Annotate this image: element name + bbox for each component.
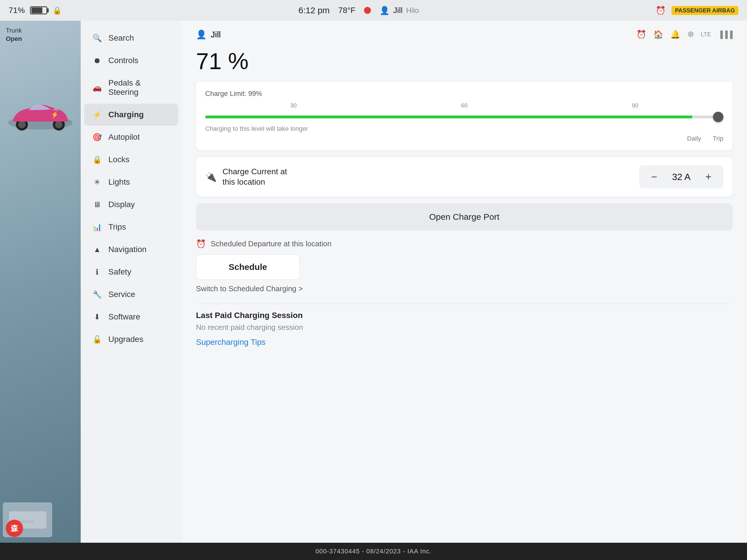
open-charge-port-button[interactable]: Open Charge Port xyxy=(196,203,732,231)
sidebar-item-safety[interactable]: ℹ Safety xyxy=(84,261,178,283)
service-icon: 🔧 xyxy=(92,290,102,299)
slider-fill xyxy=(205,115,692,118)
sidebar-item-autopilot[interactable]: 🎯 Autopilot xyxy=(84,126,178,148)
charge-current-value: 32 A xyxy=(670,172,693,182)
sidebar-item-label: Software xyxy=(108,312,140,321)
increase-current-button[interactable]: + xyxy=(701,170,715,184)
status-left: 71% 🔒 xyxy=(9,6,62,15)
safety-icon: ℹ xyxy=(92,268,102,276)
signal-bars: ▐▐▐ xyxy=(718,30,732,38)
upgrades-icon: 🔓 xyxy=(92,335,102,344)
status-bar: 71% 🔒 6:12 pm 78°F 👤 Jill Hilo ⏰ PASSENG… xyxy=(0,0,747,21)
charge-limit-label: Charge Limit: 99% xyxy=(205,89,723,98)
status-right: ⏰ PASSENGER AIRBAG xyxy=(655,6,738,15)
sidebar-item-label: Navigation xyxy=(108,245,147,254)
car-svg: ⚡ xyxy=(6,90,75,142)
trip-label[interactable]: Trip xyxy=(713,135,723,142)
paid-session-header: Last Paid Charging Session xyxy=(196,311,732,320)
lock-icon: 🔒 xyxy=(52,6,62,15)
avatar: 森 xyxy=(6,520,23,537)
slider-tick-30: 30 xyxy=(290,102,297,109)
plug-icon: 🔌 xyxy=(205,171,217,182)
status-icons: ⏰ 🏠 🔔 ❊ LTE ▐▐▐ xyxy=(636,30,732,39)
charge-warning: Charging to this level will take longer xyxy=(205,125,723,133)
sidebar-item-label: Autopilot xyxy=(108,133,140,142)
status-center: 6:12 pm 78°F 👤 Jill Hilo xyxy=(298,5,419,15)
slider-track-container[interactable] xyxy=(205,111,723,123)
charge-current-left: 🔌 Charge Current atthis location xyxy=(205,166,287,188)
alarm-status-icon: ⏰ xyxy=(636,30,646,39)
svg-point-4 xyxy=(55,121,62,129)
user-info: 👤 Jill xyxy=(196,29,221,39)
sidebar-item-software[interactable]: ⬇ Software xyxy=(84,306,178,328)
sidebar-item-label: Lights xyxy=(108,178,130,187)
sidebar-item-trips[interactable]: 📊 Trips xyxy=(84,216,178,238)
charge-current-label: Charge Current atthis location xyxy=(223,166,287,188)
charge-current-card: 🔌 Charge Current atthis location − 32 A … xyxy=(196,157,732,196)
slider-scale: 30 60 90 xyxy=(205,102,723,109)
bottom-bar-text: 000-37430445 - 08/24/2023 - IAA Inc. xyxy=(315,548,432,555)
svg-point-2 xyxy=(18,121,26,129)
sidebar-item-label: Safety xyxy=(108,267,131,276)
display-icon: 🖥 xyxy=(92,200,102,209)
trips-icon: 📊 xyxy=(92,223,102,232)
slider-thumb[interactable] xyxy=(713,112,723,122)
sidebar-item-label: Controls xyxy=(108,56,138,65)
search-icon: 🔍 xyxy=(92,34,102,43)
slider-tick-90: 90 xyxy=(632,102,638,109)
controls-icon: ⏺ xyxy=(92,56,102,65)
schedule-button[interactable]: Schedule xyxy=(196,255,300,280)
sidebar-item-search[interactable]: 🔍 Search xyxy=(84,27,178,49)
navigation-icon: ▲ xyxy=(92,245,102,254)
passenger-airbag-badge: PASSENGER AIRBAG xyxy=(671,6,738,15)
clock-icon: ⏰ xyxy=(196,239,206,248)
alarm-icon: ⏰ xyxy=(655,6,666,15)
sidebar-item-label: Charging xyxy=(108,110,144,119)
sidebar-item-upgrades[interactable]: 🔓 Upgrades xyxy=(84,328,178,350)
bottom-bar: 000-37430445 - 08/24/2023 - IAA Inc. xyxy=(0,543,747,560)
sidebar-item-charging[interactable]: ⚡ Charging xyxy=(84,104,178,126)
supercharging-tips-link[interactable]: Supercharging Tips xyxy=(196,338,265,347)
slider-track xyxy=(205,115,723,118)
sidebar-item-label: Display xyxy=(108,200,135,209)
notification-icon: 🔔 xyxy=(670,30,680,39)
sidebar-item-lights[interactable]: ✳ Lights xyxy=(84,171,178,193)
scheduled-departure-header: ⏰ Scheduled Departure at this location xyxy=(196,239,732,248)
decrease-current-button[interactable]: − xyxy=(647,170,661,184)
user-name: Jill xyxy=(211,30,221,39)
paid-session-value: No recent paid charging session xyxy=(196,323,732,332)
battery-percent: 71% xyxy=(9,6,25,15)
sidebar-item-pedals[interactable]: 🚗 Pedals & Steering xyxy=(84,72,178,103)
locks-icon: 🔒 xyxy=(92,155,102,164)
bluetooth-icon: ❊ xyxy=(687,30,694,39)
pedals-icon: 🚗 xyxy=(92,83,102,92)
software-icon: ⬇ xyxy=(92,313,102,321)
sidebar-item-label: Search xyxy=(108,33,134,43)
sidebar-item-locks[interactable]: 🔒 Locks xyxy=(84,149,178,170)
charge-slider-card: Charge Limit: 99% 30 60 90 Charging to t… xyxy=(196,82,732,150)
charge-current-control: − 32 A + xyxy=(639,165,723,188)
status-time: 6:12 pm xyxy=(298,5,329,15)
user-icon: 👤 xyxy=(196,29,207,39)
charging-icon: ⚡ xyxy=(92,110,102,119)
sidebar-item-label: Pedals & Steering xyxy=(108,78,170,97)
slider-tick-60: 60 xyxy=(461,102,467,109)
lte-label: LTE xyxy=(701,31,711,38)
battery-icon xyxy=(30,6,47,15)
user-bar: 👤 Jill ⏰ 🏠 🔔 ❊ LTE ▐▐▐ xyxy=(196,29,732,39)
switch-charging-link[interactable]: Switch to Scheduled Charging > xyxy=(196,284,732,293)
daily-label[interactable]: Daily xyxy=(687,135,701,142)
status-location: Hilo xyxy=(406,6,419,15)
status-user: 👤 Jill Hilo xyxy=(380,6,419,15)
lights-icon: ✳ xyxy=(92,178,102,187)
sidebar-item-navigation[interactable]: ▲ Navigation xyxy=(84,239,178,260)
main-container: Trunk Open ⚡ xyxy=(0,21,747,543)
sidebar-item-label: Locks xyxy=(108,155,129,164)
content-area: 👤 Jill ⏰ 🏠 🔔 ❊ LTE ▐▐▐ 71 % Charge Limit… xyxy=(182,21,747,543)
sidebar-item-label: Trips xyxy=(108,222,126,232)
sidebar-item-display[interactable]: 🖥 Display xyxy=(84,193,178,215)
car-image: ⚡ xyxy=(0,29,81,202)
record-dot xyxy=(364,7,371,14)
sidebar-item-service[interactable]: 🔧 Service xyxy=(84,284,178,305)
sidebar-item-controls[interactable]: ⏺ Controls xyxy=(84,50,178,72)
